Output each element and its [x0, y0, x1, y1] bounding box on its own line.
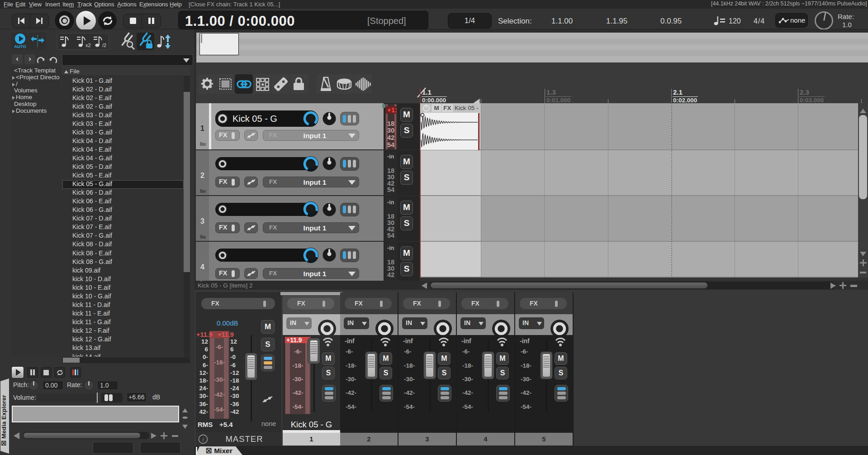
svg-text:/2: /2 — [102, 43, 106, 48]
svg-text:i: i — [202, 436, 204, 443]
svg-text:x2: x2 — [85, 43, 91, 48]
